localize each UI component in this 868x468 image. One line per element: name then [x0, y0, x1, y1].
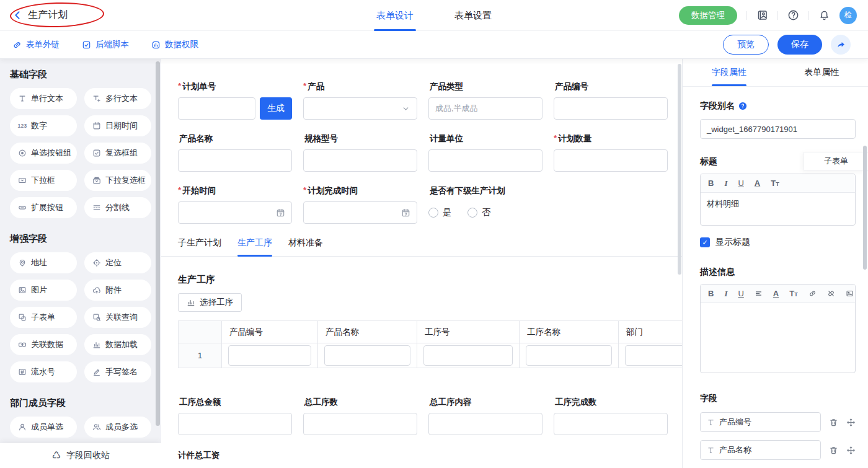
field-button[interactable]: 单行文本 [10, 88, 77, 109]
radio-option[interactable]: 是 [428, 207, 451, 218]
field-input[interactable] [554, 413, 668, 435]
field-input[interactable]: 成品,半成品 [428, 97, 542, 120]
align-icon[interactable] [755, 289, 763, 298]
field-button[interactable]: 分割线 [84, 197, 151, 218]
field-button[interactable]: 扩展按钮 [10, 197, 77, 218]
canvas-field[interactable]: *计划完成时间 [303, 185, 417, 224]
canvas-field[interactable]: *计划单号生成 [178, 81, 292, 120]
field-button[interactable]: 日期时间 [84, 115, 151, 136]
field-input[interactable] [303, 149, 417, 172]
canvas-field[interactable]: 计量单位 [428, 133, 542, 172]
field-input[interactable] [178, 97, 255, 120]
canvas-field[interactable]: 产品类型成品,半成品 [428, 81, 542, 120]
bold-icon[interactable]: B [708, 289, 714, 298]
data-manage-button[interactable]: 数据管理 [679, 6, 737, 25]
canvas-field[interactable]: 是否有下级生产计划是否 [428, 185, 542, 224]
radio-option[interactable]: 否 [467, 207, 490, 218]
subform-tab-2[interactable]: 生产工序 [237, 237, 272, 256]
underline-icon[interactable]: U [738, 179, 743, 187]
link-icon[interactable] [808, 289, 817, 298]
subform-field-item[interactable]: 产品编号 [700, 412, 821, 432]
share-button[interactable] [831, 35, 851, 55]
field-input[interactable] [428, 149, 542, 172]
field-button[interactable]: 123数字 [10, 115, 77, 136]
notification-bell-icon[interactable] [818, 9, 830, 21]
user-avatar[interactable]: 检 [839, 7, 857, 24]
field-input[interactable] [178, 413, 292, 435]
toolbar-link[interactable]: 后端脚本 [82, 39, 129, 50]
subform-field-item[interactable]: 产品名称 [700, 440, 821, 460]
canvas-field[interactable]: 产品名称 [178, 133, 292, 172]
field-input[interactable] [428, 413, 542, 435]
property-tab-1[interactable]: 字段属性 [683, 59, 776, 86]
table-cell-input[interactable] [625, 345, 682, 366]
delete-field-icon[interactable] [829, 446, 838, 455]
field-input[interactable] [554, 97, 668, 120]
size-icon[interactable]: TT [789, 289, 797, 298]
field-select[interactable] [303, 97, 417, 120]
canvas-field[interactable]: 工序完成数 [554, 397, 668, 435]
field-button[interactable]: 流水号 [10, 361, 77, 382]
table-cell-input[interactable] [423, 345, 513, 366]
canvas-field[interactable]: 总工序内容 [428, 397, 542, 435]
field-button[interactable]: 下拉复选框 [84, 170, 151, 191]
imageline-icon[interactable] [846, 289, 854, 298]
table-cell-input[interactable] [228, 345, 311, 366]
field-button[interactable]: 单选按钮组 [10, 143, 77, 164]
preview-button[interactable]: 预览 [723, 35, 769, 55]
field-button[interactable]: 地址 [10, 252, 77, 273]
italic-icon[interactable]: I [724, 289, 727, 298]
field-input[interactable] [554, 149, 668, 172]
help-icon[interactable] [787, 9, 799, 21]
bold-icon[interactable]: B [708, 179, 714, 187]
italic-icon[interactable]: I [724, 179, 727, 187]
field-button[interactable]: 成员单选 [10, 417, 77, 438]
field-button[interactable]: 手写签名 [84, 361, 151, 382]
date-input[interactable] [303, 201, 417, 224]
color-icon[interactable]: A [755, 179, 760, 187]
canvas-field[interactable]: *开始时间 [178, 185, 292, 224]
field-button[interactable]: 复选框组 [84, 143, 151, 164]
field-button[interactable]: 关联数据 [10, 334, 77, 355]
delete-field-icon[interactable] [829, 418, 838, 427]
field-button[interactable]: 成员多选 [84, 417, 151, 438]
description-editor-content[interactable] [701, 303, 855, 373]
save-button[interactable]: 保存 [777, 35, 822, 55]
field-input[interactable] [178, 149, 292, 172]
back-icon[interactable] [12, 10, 23, 20]
toolbar-link[interactable]: 数据权限 [151, 39, 198, 50]
table-cell-input[interactable] [324, 345, 410, 366]
field-button[interactable]: 数据加载 [84, 334, 151, 355]
underline-icon[interactable]: U [738, 289, 743, 298]
canvas-field[interactable]: 工序总金额 [178, 397, 292, 435]
drag-field-icon[interactable] [846, 446, 856, 455]
field-input[interactable] [303, 413, 417, 435]
header-tab-1[interactable]: 表单设计 [375, 0, 415, 31]
date-input[interactable] [178, 201, 292, 224]
field-button[interactable]: 子表单 [10, 307, 77, 328]
subform-tab-1[interactable]: 子生产计划 [178, 237, 221, 256]
title-editor-content[interactable]: 材料明细 [701, 193, 855, 225]
drag-field-icon[interactable] [846, 418, 856, 427]
table-cell-input[interactable] [526, 345, 612, 366]
canvas-field[interactable]: 总工序数 [303, 397, 417, 435]
field-button[interactable]: 定位 [84, 252, 151, 273]
property-tab-2[interactable]: 表单属性 [776, 59, 868, 86]
field-button[interactable]: 关联查询 [84, 307, 151, 328]
address-book-icon[interactable] [756, 9, 768, 21]
field-recycle-button[interactable]: ♺ 字段回收站 [0, 443, 161, 468]
show-title-checkbox[interactable]: ✓ 显示标题 [700, 237, 856, 248]
toolbar-link[interactable]: 表单外链 [12, 39, 60, 50]
field-button[interactable]: 下拉框 [10, 170, 77, 191]
subform-tab-3[interactable]: 材料准备 [288, 237, 323, 256]
inspector-scrollbar[interactable] [863, 146, 867, 270]
select-process-button[interactable]: 选择工序 [178, 293, 242, 312]
canvas-field[interactable]: *计划数量 [554, 133, 668, 172]
canvas-scrollbar[interactable] [678, 64, 681, 275]
size-icon[interactable]: TT [771, 179, 779, 187]
field-button[interactable]: 多行文本 [84, 88, 151, 109]
canvas-field[interactable]: *产品 [303, 81, 417, 120]
field-button[interactable]: 附件 [84, 280, 151, 301]
alias-input[interactable]: _widget_1667790171901 [700, 119, 856, 139]
sidebar-scrollbar[interactable] [156, 61, 160, 426]
